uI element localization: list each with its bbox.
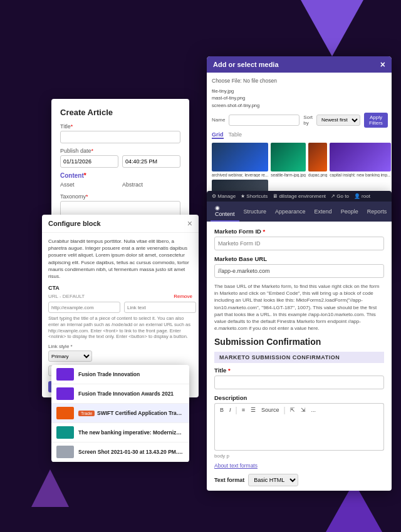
media-list-item[interactable]: The new banking imperative: Modernize th… bbox=[51, 423, 189, 442]
url-input[interactable] bbox=[48, 302, 120, 313]
url-hint: Start typing the title of a piece of con… bbox=[48, 315, 192, 340]
sort-label: Sort by bbox=[303, 115, 313, 126]
publish-label: Publish date* bbox=[60, 148, 180, 154]
media-list-item-active[interactable]: Trade SWIFT Certified Application Trade … bbox=[51, 404, 189, 423]
name-filter-input[interactable] bbox=[229, 115, 299, 126]
toolbar-align-center[interactable]: ☰ bbox=[249, 406, 258, 414]
media-grid-item[interactable]: seattle-farm-jpg.jpg bbox=[271, 143, 306, 177]
configure-lorem: Curabitur blandit tempus porttitor. Null… bbox=[48, 238, 192, 280]
topbar-manage[interactable]: ⚙ Manage bbox=[212, 193, 236, 199]
media-item-info: Fusion Trade Innovation bbox=[78, 371, 184, 377]
editor-toolbar: B I | ≡ ☰ Source | ⇱ ⇲ ... bbox=[214, 403, 384, 416]
media-list-item[interactable]: Screen Shot 2021-01-30 at 13.43.20 PM.pn… bbox=[51, 442, 189, 462]
configure-block-title: Configure block bbox=[48, 220, 101, 227]
media-thumb bbox=[56, 407, 74, 419]
text-format-row: Text format Basic HTML Full HTML Plain t… bbox=[214, 474, 384, 486]
media-thumb bbox=[330, 143, 390, 171]
drupal-panel: ⚙ Manage ★ Shortcuts 🖥 d8stage environme… bbox=[207, 191, 392, 491]
media-item-info: Trade SWIFT Certified Application Trade … bbox=[78, 410, 184, 416]
toolbar-source[interactable]: Source bbox=[259, 406, 281, 414]
media-item-info: The new banking imperative: Modernize th… bbox=[78, 429, 184, 436]
create-article-title: Create Article bbox=[60, 108, 180, 117]
marketo-form-id-label: Marketo Form ID * bbox=[214, 228, 384, 235]
topbar-goto[interactable]: ↗ Go to bbox=[331, 193, 349, 199]
nav-people[interactable]: People bbox=[336, 202, 363, 222]
link-text-input[interactable] bbox=[124, 302, 196, 313]
drupal-content-area: Marketo Form ID * Marketo Base URL The b… bbox=[207, 222, 392, 491]
media-thumb bbox=[308, 143, 327, 171]
cta-label: CTA bbox=[48, 285, 192, 291]
media-grid-label: seattle-farm-jpg.jpg bbox=[271, 173, 306, 177]
toolbar-more[interactable]: ... bbox=[310, 406, 318, 414]
about-text-formats-link[interactable]: About text formats bbox=[214, 463, 384, 469]
publish-time-input[interactable] bbox=[122, 155, 180, 168]
media-item-info: Fusion Trade Innovation Awards 2021 bbox=[78, 391, 184, 397]
toolbar-align-left[interactable]: ≡ bbox=[240, 406, 247, 414]
content-section-label: Content* bbox=[60, 172, 180, 179]
nav-extend[interactable]: Extend bbox=[310, 202, 336, 222]
configure-block-header: Configure block × bbox=[42, 215, 199, 233]
toolbar-expand[interactable]: ⇱ bbox=[288, 406, 297, 414]
media-grid-item[interactable]: capital insight: new banking imp... bbox=[330, 143, 390, 177]
view-toggle: Grid Table bbox=[212, 131, 387, 139]
description-editor[interactable] bbox=[214, 416, 384, 451]
drupal-topbar: ⚙ Manage ★ Shortcuts 🖥 d8stage environme… bbox=[207, 191, 392, 202]
media-grid-label: archived webinar, leverage re... bbox=[212, 173, 268, 177]
title-label: Title* bbox=[60, 123, 180, 130]
link-type-badge: URL - DEFAULT bbox=[48, 294, 85, 299]
media-grid-item[interactable]: archived webinar, leverage re... bbox=[212, 143, 268, 177]
apply-filters-btn[interactable]: Apply Filters bbox=[364, 113, 388, 128]
triangle-decoration-top bbox=[301, 0, 363, 56]
taxonomy-label: Taxonomy* bbox=[60, 193, 180, 200]
nav-content[interactable]: ◉ Content bbox=[211, 202, 239, 222]
title-input[interactable] bbox=[60, 131, 180, 143]
marketo-base-url-input[interactable] bbox=[214, 264, 384, 278]
media-list-item[interactable]: Fusion Trade Innovation Awards 2021 bbox=[51, 384, 189, 404]
toolbar-italic[interactable]: I bbox=[227, 406, 233, 414]
drupal-nav: ◉ Content Structure Appearance Extend Pe… bbox=[207, 202, 392, 222]
media-thumb bbox=[56, 368, 74, 381]
publish-date-input[interactable] bbox=[60, 155, 118, 168]
media-thumb bbox=[212, 143, 268, 171]
media-item-tag: Trade bbox=[78, 411, 95, 416]
nav-structure[interactable]: Structure bbox=[239, 202, 271, 222]
topbar-shortcuts[interactable]: ★ Shortcuts bbox=[241, 193, 268, 199]
remove-link-btn[interactable]: Remove bbox=[174, 294, 192, 299]
url-row bbox=[48, 302, 192, 313]
media-thumb bbox=[271, 143, 306, 171]
file-items-list: file-tiny.jpg mast-of-tiny.png screen-sh… bbox=[212, 88, 387, 109]
nav-reports[interactable]: Reports bbox=[363, 202, 392, 222]
nav-appearance[interactable]: Appearance bbox=[271, 202, 310, 222]
sub-title-input[interactable] bbox=[214, 376, 384, 389]
submission-heading: Submission Confirmation bbox=[214, 337, 384, 347]
grid-view-btn[interactable]: Grid bbox=[212, 131, 224, 139]
media-dialog-close[interactable]: × bbox=[380, 60, 385, 69]
media-list-item[interactable]: Fusion Trade Innovation bbox=[51, 365, 189, 384]
filter-label: Name bbox=[212, 117, 225, 123]
submission-bar: MARKETO SUBMISSION CONFIRMATION bbox=[214, 352, 384, 363]
media-list-panel: Fusion Trade Innovation Fusion Trade Inn… bbox=[51, 365, 189, 462]
sub-title-label: Title * bbox=[214, 367, 384, 374]
table-view-btn[interactable]: Table bbox=[229, 131, 242, 139]
marketo-base-url-desc: The base URL of the Marketo form, to fin… bbox=[214, 283, 384, 332]
media-grid-item[interactable]: dupac.png bbox=[308, 143, 327, 177]
text-format-label: Text format bbox=[214, 477, 244, 483]
link-style-label: Link style * bbox=[48, 344, 192, 349]
media-item-title: Fusion Trade Innovation bbox=[78, 371, 184, 377]
media-dialog-title: Add or select media bbox=[213, 61, 279, 68]
media-item-title: Screen Shot 2021-01-30 at 13.43.20 PM.pn… bbox=[78, 449, 184, 455]
sub-desc-label: Description bbox=[214, 394, 384, 401]
toolbar-bold[interactable]: B bbox=[218, 406, 226, 414]
topbar-environment[interactable]: 🖥 d8stage environment bbox=[273, 193, 326, 199]
marketo-form-id-input[interactable] bbox=[214, 237, 384, 250]
configure-block-close[interactable]: × bbox=[187, 219, 192, 228]
link-style-select[interactable]: Primary Secondary Tertiary bbox=[48, 350, 92, 362]
media-grid-label: dupac.png bbox=[308, 173, 327, 177]
media-thumb bbox=[56, 426, 74, 439]
media-item-info: Screen Shot 2021-01-30 at 13.43.20 PM.pn… bbox=[78, 449, 184, 455]
media-dialog-header: Add or select media × bbox=[207, 56, 392, 73]
text-format-select[interactable]: Basic HTML Full HTML Plain text bbox=[248, 474, 298, 486]
sort-select[interactable]: Newest first Oldest first bbox=[316, 115, 360, 126]
toolbar-collapse[interactable]: ⇲ bbox=[299, 406, 308, 414]
topbar-root[interactable]: 👤 root bbox=[354, 193, 370, 199]
